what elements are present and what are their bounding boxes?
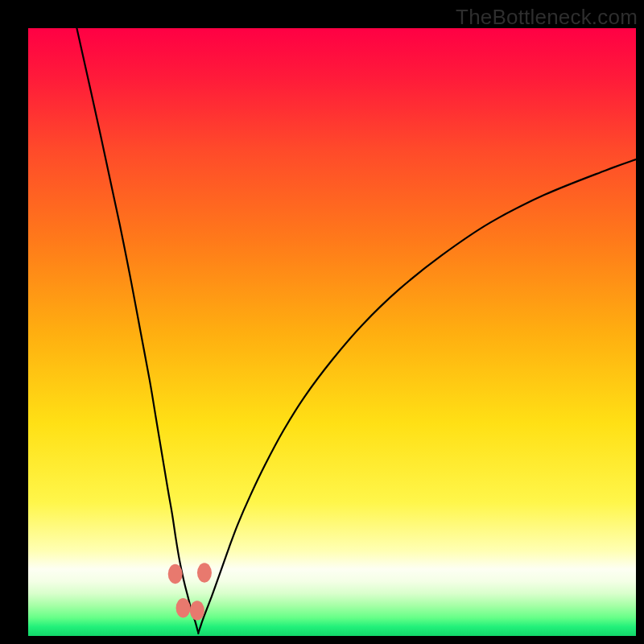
watermark-text: TheBottleneck.com: [456, 5, 638, 30]
plot-area: [28, 28, 636, 636]
dip-marker: [190, 601, 204, 620]
bottleneck-chart: [28, 28, 636, 636]
dip-marker: [176, 598, 191, 617]
gradient-background: [28, 28, 636, 636]
dip-marker: [197, 563, 212, 582]
dip-marker: [168, 564, 183, 584]
chart-frame: TheBottleneck.com: [0, 0, 644, 644]
